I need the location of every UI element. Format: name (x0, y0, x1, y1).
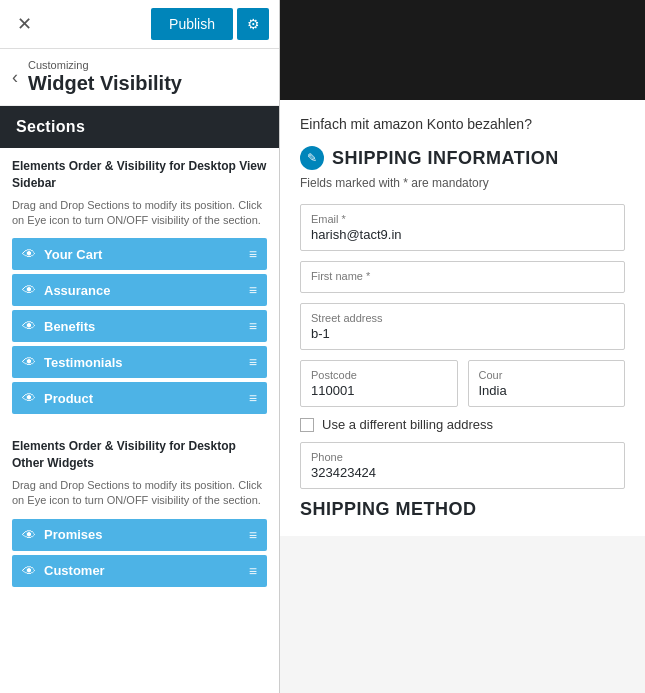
email-label: Email * (311, 213, 614, 225)
section-group-2: Elements Order & Visibility for Desktop … (0, 428, 279, 600)
eye-icon-customer: 👁 (22, 563, 36, 579)
billing-checkbox[interactable] (300, 418, 314, 432)
shipping-title-row: ✎ SHIPPING INFORMATION (300, 146, 625, 170)
publish-button[interactable]: Publish (151, 8, 233, 40)
street-value: b-1 (311, 326, 614, 341)
postcode-country-row: Postcode 110001 Cour India (300, 360, 625, 407)
widget-label-assurance: Assurance (44, 283, 110, 298)
country-value: India (479, 383, 615, 398)
section-group-1: Elements Order & Visibility for Desktop … (0, 148, 279, 428)
widget-label-product: Product (44, 391, 93, 406)
right-panel: Einfach mit amazon Konto bezahlen? ✎ SHI… (280, 0, 645, 693)
gear-button[interactable]: ⚙ (237, 8, 269, 40)
hamburger-icon-customer: ≡ (249, 563, 257, 579)
postcode-field[interactable]: Postcode 110001 (300, 360, 458, 407)
eye-icon-benefits: 👁 (22, 318, 36, 334)
breadcrumb-text: Customizing Widget Visibility (28, 59, 182, 95)
phone-field[interactable]: Phone 323423424 (300, 442, 625, 489)
group1-title: Elements Order & Visibility for Desktop … (12, 158, 267, 192)
widget-item-promises[interactable]: 👁 Promises ≡ (12, 519, 267, 551)
close-button[interactable]: ✕ (10, 10, 38, 38)
breadcrumb-sub: Customizing (28, 59, 182, 71)
country-field[interactable]: Cour India (468, 360, 626, 407)
firstname-label: First name * (311, 270, 614, 282)
publish-area: Publish ⚙ (151, 8, 269, 40)
widget-item-testimonials[interactable]: 👁 Testimonials ≡ (12, 346, 267, 378)
eye-icon-product: 👁 (22, 390, 36, 406)
email-field[interactable]: Email * harish@tact9.in (300, 204, 625, 251)
email-value: harish@tact9.in (311, 227, 614, 242)
widget-label-benefits: Benefits (44, 319, 95, 334)
group2-desc: Drag and Drop Sections to modify its pos… (12, 478, 267, 509)
dark-top-banner (280, 0, 645, 100)
widget-label-customer: Customer (44, 563, 105, 578)
phone-label: Phone (311, 451, 614, 463)
billing-checkbox-row: Use a different billing address (300, 417, 625, 432)
edit-icon: ✎ (300, 146, 324, 170)
widget-label-yourcart: Your Cart (44, 247, 102, 262)
shipping-method-title: SHIPPING METHOD (300, 499, 625, 520)
breadcrumb-title: Widget Visibility (28, 71, 182, 95)
eye-icon-promises: 👁 (22, 527, 36, 543)
mandatory-text: Fields marked with * are mandatory (300, 176, 625, 190)
hamburger-icon-assurance: ≡ (249, 282, 257, 298)
firstname-field[interactable]: First name * (300, 261, 625, 293)
widget-item-customer[interactable]: 👁 Customer ≡ (12, 555, 267, 587)
billing-label: Use a different billing address (322, 417, 493, 432)
form-container: Einfach mit amazon Konto bezahlen? ✎ SHI… (280, 100, 645, 536)
hamburger-icon-yourcart: ≡ (249, 246, 257, 262)
widget-label-promises: Promises (44, 527, 103, 542)
street-field[interactable]: Street address b-1 (300, 303, 625, 350)
breadcrumb-area: ‹ Customizing Widget Visibility (0, 49, 279, 106)
top-bar: ✕ Publish ⚙ (0, 0, 279, 49)
hamburger-icon-testimonials: ≡ (249, 354, 257, 370)
eye-icon-testimonials: 👁 (22, 354, 36, 370)
hamburger-icon-benefits: ≡ (249, 318, 257, 334)
widget-item-yourcart[interactable]: 👁 Your Cart ≡ (12, 238, 267, 270)
sections-header: Sections (0, 106, 279, 148)
shipping-title: SHIPPING INFORMATION (332, 148, 559, 169)
country-label: Cour (479, 369, 615, 381)
group2-title: Elements Order & Visibility for Desktop … (12, 438, 267, 472)
amazon-text: Einfach mit amazon Konto bezahlen? (300, 116, 625, 132)
widget-label-testimonials: Testimonials (44, 355, 123, 370)
hamburger-icon-product: ≡ (249, 390, 257, 406)
widget-item-product[interactable]: 👁 Product ≡ (12, 382, 267, 414)
group1-desc: Drag and Drop Sections to modify its pos… (12, 198, 267, 229)
eye-icon-assurance: 👁 (22, 282, 36, 298)
left-panel: ✕ Publish ⚙ ‹ Customizing Widget Visibil… (0, 0, 280, 693)
street-label: Street address (311, 312, 614, 324)
eye-icon-yourcart: 👁 (22, 246, 36, 262)
postcode-value: 110001 (311, 383, 447, 398)
widget-item-benefits[interactable]: 👁 Benefits ≡ (12, 310, 267, 342)
phone-value: 323423424 (311, 465, 614, 480)
back-button[interactable]: ‹ (12, 67, 18, 88)
hamburger-icon-promises: ≡ (249, 527, 257, 543)
widget-item-assurance[interactable]: 👁 Assurance ≡ (12, 274, 267, 306)
postcode-label: Postcode (311, 369, 447, 381)
